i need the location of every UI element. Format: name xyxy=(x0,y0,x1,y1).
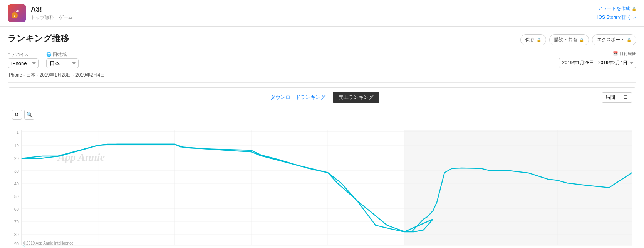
svg-text:60: 60 xyxy=(14,207,19,211)
lock-icon-subscribe xyxy=(579,37,584,43)
svg-text:10: 10 xyxy=(14,143,19,148)
svg-text:A3!: A3! xyxy=(15,9,20,12)
controls-row: □ デバイス iPhone iPad 🌐 国/地域 日本 アメリカ xyxy=(8,51,636,68)
app-name: A3! xyxy=(31,5,597,13)
save-button[interactable]: 保存 xyxy=(520,34,546,45)
device-select[interactable]: iPhone iPad xyxy=(8,58,39,68)
globe-icon: 🌐 xyxy=(46,52,52,57)
region-select[interactable]: 日本 アメリカ xyxy=(46,58,79,68)
chart-view-buttons: 時間 日 xyxy=(602,92,632,103)
chart-svg: 1 10 20 30 40 50 60 70 80 90 xyxy=(12,126,632,248)
calendar-icon: 📅 xyxy=(613,51,618,56)
zoom-icon: 🔍 xyxy=(26,112,33,118)
lock-icon-alert xyxy=(632,6,636,12)
chart-tools: ↺ 🔍 xyxy=(8,107,636,122)
view-day-button[interactable]: 日 xyxy=(619,92,632,103)
chart-tabs: ダウンロードランキング 売上ランキング 時間 日 xyxy=(8,88,636,107)
tab-download[interactable]: ダウンロードランキング xyxy=(265,92,331,103)
external-icon xyxy=(633,15,636,20)
open-ios-store-link[interactable]: iOS Storeで開く xyxy=(597,14,636,21)
lock-icon-save xyxy=(537,37,541,43)
svg-text:40: 40 xyxy=(14,181,19,186)
region-filter: 🌐 国/地域 日本 アメリカ xyxy=(46,52,79,68)
zoom-button[interactable]: 🔍 xyxy=(24,110,34,120)
svg-text:50: 50 xyxy=(14,194,19,199)
svg-text:20: 20 xyxy=(14,156,19,161)
date-range-button[interactable]: 2019年1月28日 - 2019年2月4日 xyxy=(559,58,636,68)
svg-rect-33 xyxy=(404,130,632,245)
date-range-group: 📅 日付範囲 2019年1月28日 - 2019年2月4日 xyxy=(559,51,636,68)
chart-section: ダウンロードランキング 売上ランキング 時間 日 ↺ 🔍 1 10 20 xyxy=(8,87,636,248)
filter-group: □ デバイス iPhone iPad 🌐 国/地域 日本 アメリカ xyxy=(8,52,79,68)
svg-text:App Annie: App Annie xyxy=(57,151,105,163)
region-label: 🌐 国/地域 xyxy=(46,52,79,57)
app-header: A3! 3 A3! トップ無料 ゲーム アラートを作成 iOS Storeで開く xyxy=(0,0,644,27)
app-info: A3! トップ無料 ゲーム xyxy=(31,5,597,21)
subscribe-share-button[interactable]: 購読・共有 xyxy=(549,34,589,45)
page-title: ランキング推移 xyxy=(8,33,69,44)
page-content: ランキング推移 保存 購読・共有 エクスポート □ デバイス xyxy=(0,27,644,248)
device-label: □ デバイス xyxy=(8,52,39,57)
device-filter: □ デバイス iPhone iPad xyxy=(8,52,39,68)
date-label: 📅 日付範囲 xyxy=(613,51,636,57)
lock-icon-export xyxy=(627,37,631,43)
app-icon: A3! 3 xyxy=(8,4,26,22)
reset-zoom-button[interactable]: ↺ xyxy=(12,110,22,120)
section-actions: 保存 購読・共有 エクスポート xyxy=(520,34,636,45)
svg-text:©2019 App Annie Intelligence: ©2019 App Annie Intelligence xyxy=(23,241,74,245)
header-actions: アラートを作成 iOS Storeで開く xyxy=(597,5,636,21)
breadcrumb: iPhone - 日本 - 2019年1月28日 - 2019年2月4日 xyxy=(8,72,636,83)
reset-icon: ↺ xyxy=(15,112,19,118)
view-time-button[interactable]: 時間 xyxy=(602,92,619,103)
chart-area: 1 10 20 30 40 50 60 70 80 90 xyxy=(8,122,636,248)
svg-text:3: 3 xyxy=(14,14,15,17)
svg-text:90: 90 xyxy=(14,241,19,246)
svg-text:70: 70 xyxy=(14,220,19,224)
section-header: ランキング推移 保存 購読・共有 エクスポート xyxy=(8,33,636,45)
svg-rect-0 xyxy=(8,4,26,22)
svg-text:80: 80 xyxy=(14,232,19,237)
create-alert-link[interactable]: アラートを作成 xyxy=(598,5,636,12)
app-meta-free: トップ無料 xyxy=(31,15,54,20)
app-meta-category: ゲーム xyxy=(59,15,73,20)
svg-text:1: 1 xyxy=(17,130,19,135)
export-button[interactable]: エクスポート xyxy=(592,34,636,45)
tab-revenue[interactable]: 売上ランキング xyxy=(333,92,379,103)
device-icon: □ xyxy=(8,52,10,57)
svg-text:30: 30 xyxy=(14,169,19,173)
app-meta: トップ無料 ゲーム xyxy=(31,14,597,21)
